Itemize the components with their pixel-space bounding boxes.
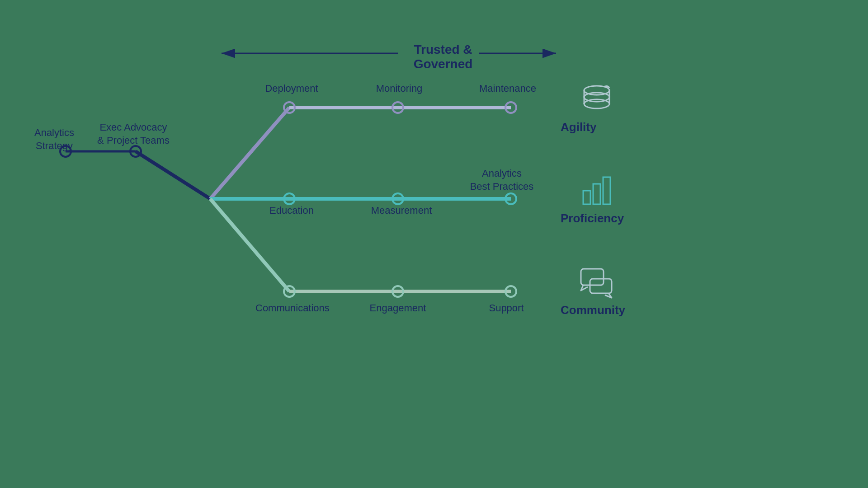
- agility-category-label: Agility: [561, 120, 596, 134]
- deployment-text: Deployment: [265, 83, 318, 94]
- svg-line-7: [136, 151, 210, 199]
- svg-line-8: [210, 108, 289, 199]
- agility-icon-container: Agility: [561, 81, 633, 117]
- proficiency-icon: [579, 173, 615, 209]
- communications-label: Communications: [255, 302, 326, 315]
- exec-advocacy-text: Exec Advocacy& Project Teams: [97, 122, 170, 146]
- community-icon-container: Community: [561, 264, 633, 300]
- proficiency-icon-container: Proficiency: [561, 173, 633, 209]
- education-label: Education: [262, 204, 321, 217]
- community-category-label: Community: [561, 303, 625, 317]
- engagement-text: Engagement: [370, 302, 426, 314]
- monitoring-label: Monitoring: [370, 82, 429, 95]
- svg-rect-32: [593, 184, 600, 204]
- community-icon: [579, 264, 615, 300]
- agility-icon: [579, 81, 615, 117]
- measurement-label: Measurement: [370, 204, 433, 217]
- exec-advocacy-label: Exec Advocacy& Project Teams: [97, 121, 170, 147]
- proficiency-category-label: Proficiency: [561, 211, 624, 225]
- best-practices-text: AnalyticsBest Practices: [470, 168, 534, 192]
- deployment-label: Deployment: [262, 82, 321, 95]
- analytics-label: AnalyticsStrategy: [34, 127, 74, 151]
- maintenance-text: Maintenance: [479, 83, 536, 94]
- svg-rect-33: [603, 177, 610, 204]
- svg-rect-31: [583, 191, 590, 204]
- best-practices-label: AnalyticsBest Practices: [466, 167, 538, 193]
- communications-text: Communications: [255, 302, 330, 314]
- svg-rect-34: [581, 269, 604, 285]
- maintenance-label: Maintenance: [478, 82, 537, 95]
- analytics-strategy-label: AnalyticsStrategy: [27, 127, 81, 152]
- support-label: Support: [484, 302, 529, 315]
- svg-point-28: [584, 99, 609, 108]
- canvas: Trusted & Governed AnalyticsStrategy Exe…: [0, 0, 868, 488]
- svg-rect-35: [590, 279, 612, 293]
- diagram: [0, 0, 868, 488]
- measurement-text: Measurement: [371, 205, 432, 216]
- support-text: Support: [489, 302, 524, 314]
- education-text: Education: [269, 205, 314, 216]
- trusted-governed-label: Trusted & Governed: [393, 42, 493, 71]
- engagement-label: Engagement: [368, 302, 427, 315]
- monitoring-text: Monitoring: [376, 83, 423, 94]
